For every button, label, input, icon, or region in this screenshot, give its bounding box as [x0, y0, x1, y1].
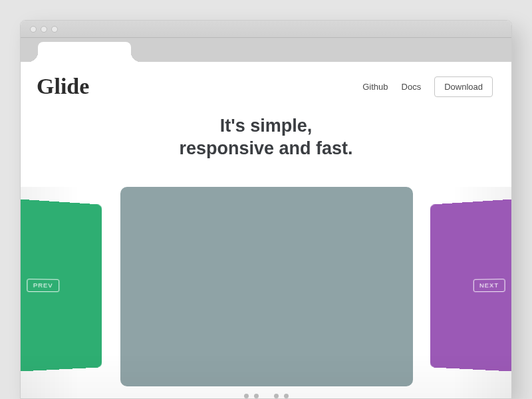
- next-button[interactable]: NEXT: [473, 279, 505, 292]
- carousel-slide-prev[interactable]: PREV: [21, 199, 102, 372]
- browser-window: Glide Github Docs Download It's simple, …: [20, 20, 512, 399]
- pager-dot[interactable]: [284, 394, 289, 398]
- hero-line-2: responsive and fast.: [21, 138, 511, 160]
- carousel-pager: [21, 394, 511, 398]
- window-controls: [30, 26, 58, 33]
- browser-tab[interactable]: [38, 42, 131, 62]
- pager-dot[interactable]: [254, 394, 259, 398]
- window-titlebar: [21, 21, 511, 38]
- carousel-slide-current[interactable]: [120, 187, 413, 386]
- zoom-dot-icon[interactable]: [51, 26, 58, 33]
- hero-heading: It's simple, responsive and fast.: [21, 115, 511, 160]
- carousel-slide-next[interactable]: NEXT: [430, 199, 511, 372]
- pager-dot-active[interactable]: [264, 394, 269, 398]
- logo: Glide: [37, 74, 89, 99]
- page-content: Glide Github Docs Download It's simple, …: [21, 62, 511, 398]
- main-nav: Github Docs Download: [362, 76, 493, 97]
- close-dot-icon[interactable]: [30, 26, 37, 33]
- pager-dot[interactable]: [244, 394, 249, 398]
- minimize-dot-icon[interactable]: [41, 26, 47, 33]
- pager-dot[interactable]: [274, 394, 279, 398]
- site-header: Glide Github Docs Download: [21, 62, 511, 99]
- prev-button[interactable]: PREV: [27, 279, 59, 292]
- nav-link-github[interactable]: Github: [362, 82, 388, 92]
- carousel: PREV NEXT: [21, 187, 511, 399]
- download-button[interactable]: Download: [434, 76, 493, 97]
- hero-line-1: It's simple,: [21, 115, 511, 138]
- nav-link-docs[interactable]: Docs: [402, 82, 422, 92]
- browser-tabbar: [21, 38, 511, 62]
